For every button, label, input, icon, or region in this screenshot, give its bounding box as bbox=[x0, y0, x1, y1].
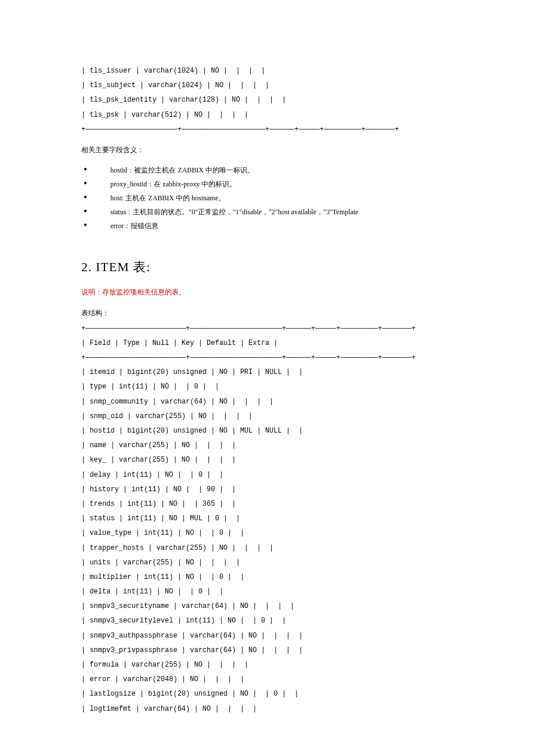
host-table-row: | tls_psk | varchar(512) | NO | | | | bbox=[81, 108, 453, 123]
list-item: proxy_hostid：在 zabbix-proxy 中的标识。 bbox=[81, 177, 453, 191]
item-table-sep: +————————————————————————+——————————————… bbox=[81, 351, 453, 365]
item-table-row: | snmpv3_authpassphrase | varchar(64) | … bbox=[81, 629, 453, 643]
item-table-row: | key_ | varchar(255) | NO | | | | bbox=[81, 453, 453, 467]
item-table-header: | Field | Type | Null | Key | Default | … bbox=[81, 336, 453, 351]
host-table-row: | tls_psk_identity | varchar(128) | NO |… bbox=[81, 93, 453, 107]
host-table-row: | tls_issuer | varchar(1024) | NO | | | … bbox=[81, 64, 453, 78]
item-table-row: | logtimefmt | varchar(64) | NO | | | | bbox=[81, 702, 453, 717]
item-table-row: | lastlogsize | bigint(20) unsigned | NO… bbox=[81, 687, 453, 701]
host-table-row: | tls_subject | varchar(1024) | NO | | |… bbox=[81, 78, 453, 93]
item-table-sep: +————————————————————————+——————————————… bbox=[81, 322, 453, 336]
item-table-row: | type | int(11) | NO | | 0 | | bbox=[81, 380, 453, 394]
item-table-row: | snmpv3_securitylevel | int(11) | NO | … bbox=[81, 614, 453, 628]
item-table-row: | trapper_hosts | varchar(255) | NO | | … bbox=[81, 541, 453, 556]
item-table-row: | history | int(11) | NO | | 90 | | bbox=[81, 483, 453, 497]
list-item: status：主机目前的状态。"0"正常监控，"1"disable，"2"hos… bbox=[81, 205, 453, 219]
host-table-sep: +——————————————————————+————————————————… bbox=[81, 123, 453, 137]
item-table-row: | status | int(11) | NO | MUL | 0 | | bbox=[81, 512, 453, 526]
item-table-row: | units | varchar(255) | NO | | | | bbox=[81, 556, 453, 570]
struct-label: 表结构： bbox=[81, 306, 453, 321]
bullet-list: hostid：被监控主机在 ZABBIX 中的唯一标识。 proxy_hosti… bbox=[81, 163, 453, 233]
list-item: error：报错信息 bbox=[81, 219, 453, 233]
item-table-row: | name | varchar(255) | NO | | | | bbox=[81, 438, 453, 453]
item-table-row: | delta | int(11) | NO | | 0 | | bbox=[81, 585, 453, 599]
item-table-row: | itemid | bigint(20) unsigned | NO | PR… bbox=[81, 365, 453, 380]
item-table-row: | trends | int(11) | NO | | 365 | | bbox=[81, 497, 453, 512]
item-table-row: | hostid | bigint(20) unsigned | NO | MU… bbox=[81, 424, 453, 438]
item-table-row: | value_type | int(11) | NO | | 0 | | bbox=[81, 526, 453, 541]
item-table-row: | snmpv3_securityname | varchar(64) | NO… bbox=[81, 599, 453, 614]
item-table-row: | delay | int(11) | NO | | 0 | | bbox=[81, 468, 453, 483]
section-desc: 说明：存放监控项相关信息的表。 bbox=[81, 285, 453, 300]
item-table-row: | formula | varchar(255) | NO | | | | bbox=[81, 658, 453, 672]
item-table-row: | snmp_community | varchar(64) | NO | | … bbox=[81, 395, 453, 409]
item-table-row: | error | varchar(2048) | NO | | | | bbox=[81, 672, 453, 687]
list-item: hostid：被监控主机在 ZABBIX 中的唯一标识。 bbox=[81, 163, 453, 177]
item-table-row: | snmp_oid | varchar(255) | NO | | | | bbox=[81, 409, 453, 424]
list-item: host: 主机在 ZABBIX 中的 hostname。 bbox=[81, 191, 453, 205]
section-title-item-table: 2. ITEM 表: bbox=[81, 254, 453, 280]
item-table-row: | multiplier | int(11) | NO | | 0 | | bbox=[81, 570, 453, 585]
item-table-row: | snmpv3_privpassphrase | varchar(64) | … bbox=[81, 643, 453, 658]
document-page: | tls_issuer | varchar(1024) | NO | | | … bbox=[0, 0, 534, 756]
fields-meaning-heading: 相关主要字段含义： bbox=[81, 143, 453, 157]
